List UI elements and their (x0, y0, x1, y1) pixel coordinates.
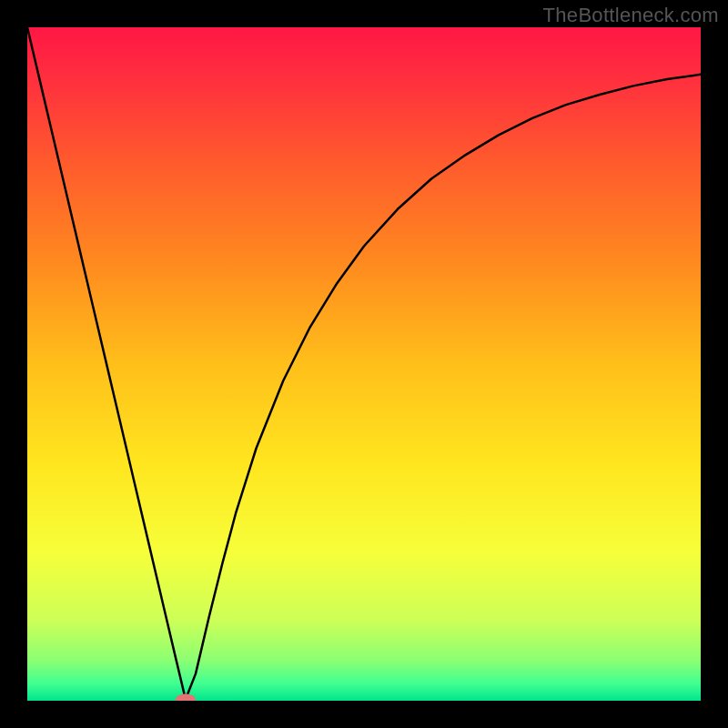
watermark-text: TheBottleneck.com (543, 4, 719, 27)
bottleneck-chart (27, 27, 701, 701)
chart-background (27, 27, 701, 701)
chart-frame: TheBottleneck.com (0, 0, 728, 728)
